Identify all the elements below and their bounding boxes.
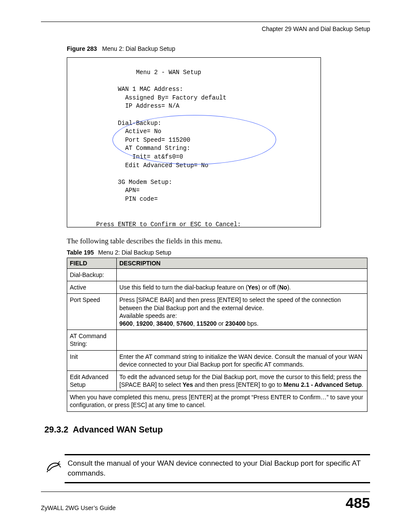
page-footer: ZyWALL 2WG User’s Guide 485 (41, 492, 370, 511)
chapter-header: Chapter 29 WAN and Dial Backup Setup (41, 25, 370, 32)
cell-desc: Enter the AT command string to initializ… (117, 350, 367, 370)
table-row: Dial-Backup: (67, 269, 367, 281)
section-number: 29.3.2 (44, 425, 68, 434)
table-row: AT Command String: (67, 330, 367, 350)
cell-desc (117, 269, 367, 281)
cell-field: Dial-Backup: (67, 269, 117, 281)
header-divider (41, 22, 370, 22)
note-bar-top (65, 454, 370, 455)
note-text: Consult the manual of your WAN device co… (67, 459, 370, 479)
note-bar-bottom (65, 482, 370, 483)
cell-desc: Press [SPACE BAR] and then press [ENTER]… (117, 294, 367, 330)
figure-caption: Figure 283Menu 2: Dial Backup Setup (67, 45, 370, 52)
section-heading: 29.3.2 Advanced WAN Setup (44, 425, 370, 435)
section-title: Advanced WAN Setup (73, 425, 163, 434)
table-row: Active Use this field to turn the dial-b… (67, 281, 367, 294)
table-caption: Table 195Menu 2: Dial Backup Setup (67, 249, 370, 256)
cell-field: Active (67, 281, 117, 294)
table-row: Port Speed Press [SPACE BAR] and then pr… (67, 294, 367, 330)
figure-label: Figure 283 (67, 45, 97, 52)
cell-footer: When you have completed this menu, press… (67, 391, 367, 411)
cell-field: Port Speed (67, 294, 117, 330)
cell-desc: To edit the advanced setup for the Dial … (117, 370, 367, 391)
footer-guide: ZyWALL 2WG User’s Guide (41, 504, 116, 511)
table-row: Edit Advanced Setup To edit the advanced… (67, 370, 367, 391)
table-title: Menu 2: Dial Backup Setup (98, 249, 171, 256)
cell-field: Edit Advanced Setup (67, 370, 117, 391)
table-row: Init Enter the AT command string to init… (67, 350, 367, 370)
terminal-content: Menu 2 - WAN Setup WAN 1 MAC Address: As… (67, 68, 321, 229)
figure-terminal-box: Menu 2 - WAN Setup WAN 1 MAC Address: As… (67, 57, 321, 227)
table-label: Table 195 (67, 249, 94, 256)
cell-desc (117, 330, 367, 350)
th-desc: DESCRIPTION (117, 258, 367, 269)
table-header-row: FIELD DESCRIPTION (67, 258, 367, 269)
table-footer-row: When you have completed this menu, press… (67, 391, 367, 411)
page-number: 485 (346, 495, 370, 511)
cell-field: Init (67, 350, 117, 370)
th-field: FIELD (67, 258, 117, 269)
note-icon (41, 459, 67, 473)
footer-divider (41, 492, 370, 492)
figure-title: Menu 2: Dial Backup Setup (102, 45, 175, 52)
cell-field: AT Command String: (67, 330, 117, 350)
intro-text: The following table describes the fields… (67, 237, 370, 246)
cell-desc: Use this field to turn the dial-backup f… (117, 281, 367, 294)
description-table: FIELD DESCRIPTION Dial-Backup: Active Us… (67, 258, 367, 412)
